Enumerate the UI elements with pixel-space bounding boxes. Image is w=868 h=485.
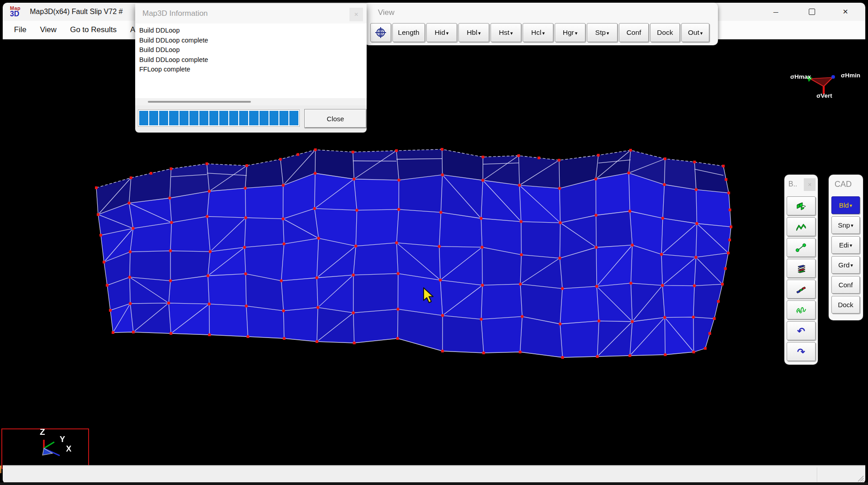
sigma-hmin-label: σHmin — [841, 72, 860, 79]
close-button[interactable]: Close — [304, 109, 367, 128]
length-button[interactable]: Length — [392, 23, 425, 42]
axes-triad-icon — [34, 428, 75, 461]
scrollbar-thumb[interactable] — [148, 101, 251, 103]
viewport-canvas[interactable] — [0, 39, 868, 465]
chevron-down-icon: ▾ — [478, 30, 481, 36]
mouse-cursor — [422, 287, 436, 304]
gradient-arrow-button[interactable] — [787, 280, 816, 299]
progress-segment — [189, 111, 198, 125]
progress-segment — [209, 111, 218, 125]
conf-button[interactable]: Conf — [619, 23, 649, 42]
hid-dropdown-button[interactable]: Hid▾ — [426, 23, 457, 42]
window-bottom-edge — [0, 482, 868, 485]
toolbar-close-button[interactable]: ✕ — [804, 178, 816, 191]
dialog-message-list: Build DDLoop Build DDLoop complete Build… — [135, 24, 367, 98]
close-window-button[interactable]: ✕ — [834, 3, 857, 21]
status-bar — [3, 465, 865, 483]
log-message: FFLoop complete — [139, 65, 367, 75]
maximize-button[interactable] — [800, 3, 824, 21]
snp-dropdown-button[interactable]: Snp▾ — [831, 216, 860, 234]
progress-segment — [139, 111, 148, 125]
chevron-down-icon: ▾ — [542, 30, 545, 36]
polyline-nodes-button[interactable] — [787, 238, 816, 257]
mesh-squiggle-icon — [795, 305, 807, 315]
hcl-dropdown-button[interactable]: Hcl▾ — [523, 23, 553, 42]
dock-button[interactable]: Dock — [650, 23, 680, 42]
app-window: σHmax σHmin σVert Z Y X Map — [0, 0, 868, 485]
dialog-close-button[interactable]: ✕ — [349, 8, 363, 21]
build-toolbar-window: B.. ✕ — [784, 175, 818, 365]
chevron-down-icon: ▾ — [446, 30, 449, 36]
minimize-button[interactable]: ─ — [764, 3, 788, 21]
progress-segment — [269, 111, 278, 125]
chevron-down-icon: ▾ — [700, 30, 703, 36]
hst-dropdown-button[interactable]: Hst▾ — [491, 23, 521, 42]
folded-surface-icon — [795, 222, 807, 232]
window-title: Map3D(x64) Fault Slip V72 # — [30, 8, 123, 16]
menu-file[interactable]: File — [7, 25, 33, 34]
bld-dropdown-button[interactable]: Bld▾ — [831, 196, 860, 214]
progress-segment — [259, 111, 269, 125]
chevron-down-icon: ▾ — [510, 30, 513, 36]
view-toolbar-buttons: Length Hid▾ Hbl▾ Hst▾ Hcl▾ Hgr▾ Stp▾ Con… — [370, 23, 712, 42]
menu-go-to-results[interactable]: Go to Results — [63, 25, 123, 34]
cad-toolbar-title: CAD — [835, 180, 852, 189]
dialog-title: Map3D Information — [142, 9, 208, 18]
progress-segment — [289, 111, 298, 125]
folded-surface-button[interactable] — [787, 217, 816, 236]
horizontal-scrollbar[interactable] — [135, 98, 367, 105]
view-toolbar-window: View Length Hid▾ Hbl▾ Hst▾ — [364, 3, 718, 45]
chevron-down-icon: ▾ — [850, 262, 853, 268]
sigma-vert-label: σVert — [816, 92, 832, 99]
redo-button[interactable]: ↷ — [787, 342, 816, 361]
progress-segment — [239, 111, 248, 125]
map3d-logo: Map 3D — [10, 6, 25, 18]
progress-segment — [169, 111, 178, 125]
cursor-arrow-icon — [424, 288, 433, 303]
progress-bar — [138, 109, 300, 127]
out-dropdown-button[interactable]: Out▾ — [681, 23, 709, 42]
compass-globe-icon — [375, 27, 387, 38]
log-message: Build DDLoop complete — [139, 36, 367, 46]
chevron-down-icon: ▾ — [575, 30, 578, 36]
hgr-dropdown-button[interactable]: Hgr▾ — [555, 23, 585, 42]
layered-grid-button[interactable] — [787, 259, 816, 278]
chevron-down-icon: ▾ — [850, 203, 853, 209]
grd-dropdown-button[interactable]: Grd▾ — [831, 256, 860, 274]
hbl-dropdown-button[interactable]: Hbl▾ — [458, 23, 489, 42]
undo-button[interactable]: ↶ — [787, 321, 816, 340]
redo-icon: ↷ — [797, 347, 805, 357]
cad-conf-button[interactable]: Conf — [831, 276, 860, 294]
edi-dropdown-button[interactable]: Edi▾ — [831, 236, 860, 254]
close-icon: ✕ — [843, 8, 849, 16]
stress-orientation-indicator: σHmax σHmin σVert — [790, 69, 868, 104]
stp-dropdown-button[interactable]: Stp▾ — [587, 23, 618, 42]
menu-view[interactable]: View — [33, 25, 63, 34]
cad-dock-button[interactable]: Dock — [831, 296, 860, 314]
build-toolbar-title: B.. — [788, 180, 797, 188]
build-toolbar-buttons: ↶ ↷ — [787, 196, 816, 361]
log-message: Build DDLoop complete — [139, 55, 367, 65]
progress-segment — [219, 111, 228, 125]
map3d-information-dialog: Map3D Information ✕ Build DDLoop Build D… — [135, 4, 367, 130]
chevron-down-icon: ▾ — [850, 242, 853, 248]
progress-segment — [249, 111, 258, 125]
maximize-icon — [809, 9, 815, 15]
close-icon: ✕ — [354, 11, 359, 18]
view-orientation-button[interactable] — [370, 23, 391, 42]
mesh-squiggle-button[interactable] — [787, 300, 816, 319]
progress-segment — [229, 111, 238, 125]
log-message: Build DDLoop — [139, 45, 367, 55]
view-toolbar-title: View — [378, 8, 395, 17]
polyline-nodes-icon — [795, 242, 807, 252]
log-message: Build DDLoop — [139, 26, 367, 36]
undo-icon: ↶ — [797, 326, 805, 336]
layered-grid-icon — [795, 263, 807, 273]
resize-grip[interactable] — [857, 475, 864, 482]
progress-segment — [159, 111, 168, 125]
progress-segment — [279, 111, 288, 125]
gradient-arrow-icon — [795, 284, 807, 294]
progress-segment — [149, 111, 158, 125]
surface-blocks-button[interactable] — [787, 196, 816, 215]
dialog-title-bar: Map3D Information ✕ — [135, 4, 367, 24]
